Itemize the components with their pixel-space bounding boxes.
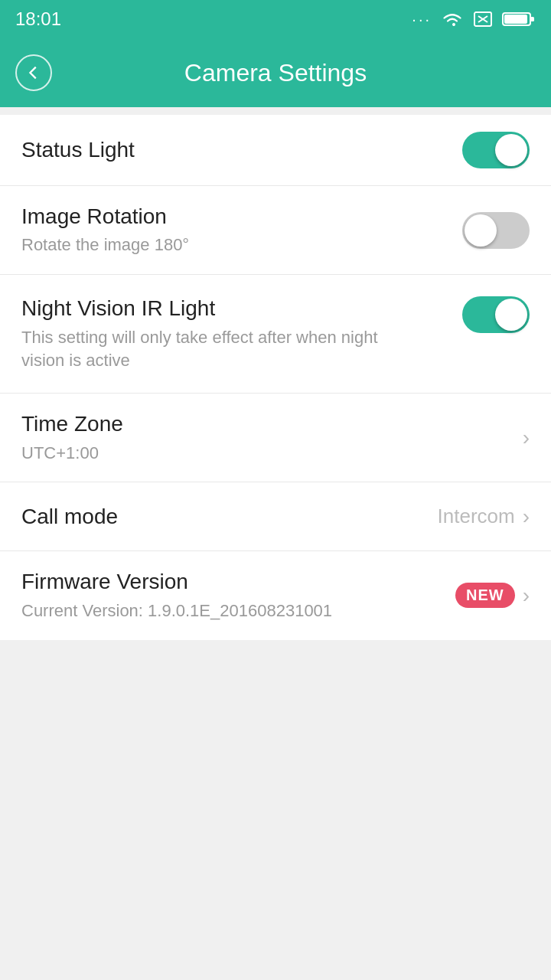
toggle-knob bbox=[465, 214, 497, 247]
call-mode-chevron: › bbox=[523, 506, 530, 528]
night-vision-title: Night Vision IR Light bbox=[21, 295, 450, 322]
status-time: 18:01 bbox=[15, 8, 61, 30]
battery-icon bbox=[502, 11, 536, 28]
svg-rect-4 bbox=[530, 17, 534, 21]
status-light-toggle[interactable] bbox=[462, 132, 530, 168]
firmware-chevron: › bbox=[523, 585, 530, 606]
back-button[interactable] bbox=[15, 54, 52, 91]
settings-item-image-rotation[interactable]: Image Rotation Rotate the image 180° bbox=[0, 186, 551, 275]
settings-item-night-vision[interactable]: Night Vision IR Light This setting will … bbox=[0, 275, 551, 394]
status-bar: 18:01 ··· bbox=[0, 0, 551, 38]
wifi-icon bbox=[441, 11, 464, 28]
dots-icon: ··· bbox=[412, 11, 432, 28]
settings-item-call-mode[interactable]: Call mode Intercom › bbox=[0, 482, 551, 551]
toggle-knob bbox=[495, 134, 527, 166]
settings-item-time-zone[interactable]: Time Zone UTC+1:00 › bbox=[0, 394, 551, 482]
signal-icon bbox=[473, 11, 493, 28]
time-zone-chevron: › bbox=[523, 427, 530, 449]
settings-content: Status Light Image Rotation Rotate the i… bbox=[0, 107, 551, 640]
app-header: Camera Settings bbox=[0, 38, 551, 107]
image-rotation-toggle[interactable] bbox=[462, 212, 530, 249]
time-zone-title: Time Zone bbox=[21, 410, 510, 438]
back-icon bbox=[25, 64, 42, 81]
settings-list: Status Light Image Rotation Rotate the i… bbox=[0, 115, 551, 640]
time-zone-subtitle: UTC+1:00 bbox=[21, 442, 510, 466]
toggle-knob bbox=[495, 299, 527, 331]
status-icons: ··· bbox=[412, 11, 536, 28]
settings-item-firmware[interactable]: Firmware Version Current Version: 1.9.0.… bbox=[0, 551, 551, 639]
svg-rect-5 bbox=[504, 15, 527, 24]
status-light-title: Status Light bbox=[21, 136, 450, 164]
night-vision-subtitle: This setting will only take effect after… bbox=[21, 326, 389, 374]
call-mode-value: Intercom bbox=[438, 505, 515, 528]
call-mode-title: Call mode bbox=[21, 503, 425, 531]
firmware-title: Firmware Version bbox=[21, 568, 443, 596]
image-rotation-title: Image Rotation bbox=[21, 203, 450, 230]
page-title: Camera Settings bbox=[67, 59, 484, 87]
image-rotation-subtitle: Rotate the image 180° bbox=[21, 234, 450, 257]
night-vision-toggle[interactable] bbox=[462, 296, 530, 333]
firmware-subtitle: Current Version: 1.9.0.1E_201608231001 bbox=[21, 599, 443, 623]
settings-item-status-light[interactable]: Status Light bbox=[0, 115, 551, 186]
new-badge: NEW bbox=[455, 583, 515, 608]
